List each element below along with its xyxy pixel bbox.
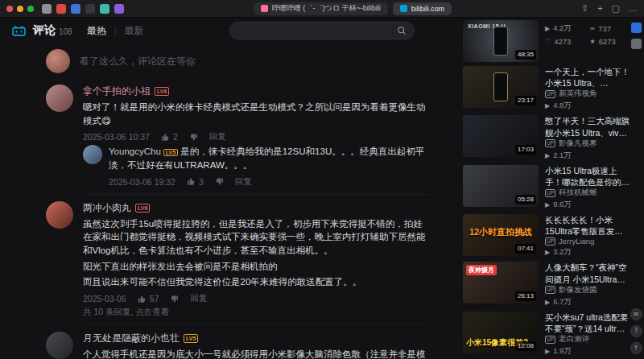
avatar[interactable] (83, 145, 102, 164)
up-icon: UP (545, 189, 555, 197)
like-button[interactable]: 2 (161, 132, 178, 142)
feedback-icon[interactable]: ✉ (630, 308, 642, 320)
play-count: 4.8万 (553, 101, 572, 111)
browser-tab[interactable]: 哔哩哔哩 (゜-゜)つロ 干杯~-bilibili (254, 2, 388, 15)
window-controls (6, 6, 34, 12)
tab-newest[interactable]: 最新 (125, 24, 144, 38)
play-icon: ▶ (545, 25, 550, 32)
video-thumbnail[interactable]: 23:17 (463, 66, 539, 108)
avatar[interactable] (46, 201, 73, 229)
video-card[interactable]: XIAOMI 15 U 48:35 ▶4.2万 ≡737 ♡4273 ★6273 (463, 20, 630, 62)
video-title[interactable]: 人像大翻车？“夜神”空间摄月 小米15Ultra影像解析 (545, 262, 630, 284)
level-badge: LV6 (155, 87, 169, 96)
star-icon: ★ (590, 38, 596, 45)
view-replies-link[interactable]: 共 10 条回复, 点击查看 (83, 307, 430, 318)
comment-item: 月无处是隐蔽的小也壮 LV5 个人觉得手机还是因为底大小一号就必须得用小米影像大… (0, 327, 452, 359)
uploader-name[interactable]: 影像凡视界 (559, 138, 597, 149)
zoom-window-button[interactable] (27, 6, 34, 12)
help-icon[interactable]: ? (630, 325, 642, 337)
comment-username[interactable]: 月无处是隐蔽的小也壮 (83, 332, 180, 345)
video-card[interactable]: 夜神摄月 26:13 人像大翻车？“夜神”空间摄月 小米15Ultra影像解析 … (463, 262, 630, 307)
uploader-name[interactable]: 新英伟视角 (559, 89, 597, 99)
uploader-name[interactable]: 科技机械蜥 (559, 188, 597, 198)
video-thumbnail[interactable]: 小米15像素很差? 12:08 (463, 312, 539, 353)
comments-count: 108 (59, 27, 72, 36)
video-title[interactable]: 一个天上，一个地下！小米15 Ultra、iPhone16 Pr... (545, 66, 630, 89)
video-duration: 05:28 (515, 195, 536, 204)
comment-date: 2025-03-06 10:37 (83, 132, 150, 142)
more-menu-icon[interactable]: … (629, 4, 638, 13)
play-icon: ▶ (545, 249, 550, 256)
video-card[interactable]: 23:17 一个天上，一个地下！小米15 Ultra、iPhone16 Pr..… (463, 66, 630, 111)
minimize-window-button[interactable] (17, 6, 23, 12)
reply-button[interactable]: 回复 (209, 131, 226, 142)
extension-icon[interactable] (114, 4, 124, 14)
video-title[interactable]: 小米15 Ultra极速上手！哪款配色是你的菜？ (545, 165, 630, 188)
like-button[interactable]: 3 (187, 177, 204, 187)
like-button[interactable]: 57 (138, 294, 159, 303)
tab-overview-icon[interactable]: ▢ (612, 4, 620, 13)
reply-item: YoungcyChuLV5 是的，徕卡经典给我的是12SU和13U。。。经典直出… (83, 145, 430, 189)
video-title[interactable]: 憋了半天！三大高端旗舰小米15 Ultra、vivo X200 Ul... (545, 115, 630, 138)
level-badge: LV5 (163, 149, 178, 156)
comment-username[interactable]: 拿个手拍的小祖 (83, 85, 151, 98)
like-icon: ♡ (545, 38, 551, 45)
play-count: 6.7万 (553, 297, 572, 307)
url-text: bilibili.com (411, 5, 445, 13)
comment-username[interactable]: 两冲小肉丸 (83, 201, 131, 215)
dislike-button[interactable] (189, 133, 198, 142)
uploader-name[interactable]: 老白测评 (559, 334, 589, 345)
floating-rail: ✉ ? ↑ (630, 23, 642, 354)
extension-icon[interactable] (71, 4, 80, 14)
close-window-button[interactable] (6, 6, 13, 12)
reply-username[interactable]: YoungcyChu (109, 146, 161, 156)
comments-title: 评论 (33, 23, 56, 38)
video-duration: 07:41 (515, 244, 536, 254)
extension-icon[interactable] (100, 4, 109, 14)
dislike-button[interactable] (215, 177, 224, 186)
reply-button[interactable]: 回复 (190, 293, 207, 304)
video-card[interactable]: 小米15像素很差? 12:08 买小米su7 ultra选配要不要“颈”？送14… (463, 312, 630, 357)
dislike-button[interactable] (170, 295, 179, 303)
tab-hottest[interactable]: 最热 (87, 24, 106, 38)
avatar[interactable] (46, 49, 70, 73)
video-thumbnail[interactable]: 夜神摄月 26:13 (463, 262, 539, 303)
avatar[interactable] (46, 85, 73, 112)
back-to-top-icon[interactable]: ↑ (630, 342, 642, 354)
up-icon: UP (545, 286, 555, 294)
video-card[interactable]: 12小时直拍挑战 07:41 长长长长长！小米15Ultra零售版首发开箱体验 … (463, 214, 630, 258)
search-input[interactable] (229, 22, 415, 39)
app-shortcut-icon[interactable] (631, 39, 642, 49)
composer-placeholder: 看了这么久，评论区在等你 (80, 55, 196, 68)
video-thumbnail[interactable]: 12小时直拍挑战 07:41 (463, 214, 539, 256)
bilibili-logo[interactable] (11, 25, 27, 37)
extension-icon[interactable] (42, 4, 52, 14)
play-icon: ▶ (545, 201, 550, 208)
uploader-name[interactable]: 影像发烧菌 (559, 285, 597, 295)
play-count: 9.6万 (553, 200, 572, 210)
avatar[interactable] (46, 332, 73, 359)
comment-composer[interactable]: 看了这么久，评论区在等你 (0, 43, 452, 80)
video-thumbnail[interactable]: 05:28 (463, 165, 539, 207)
video-thumbnail[interactable]: 17:03 (463, 115, 539, 157)
up-icon: UP (545, 336, 555, 344)
video-card[interactable]: 17:03 憋了半天！三大高端旗舰小米15 Ultra、vivo X200 Ul… (463, 115, 630, 160)
play-count: 1.9万 (553, 346, 572, 357)
video-thumbnail[interactable]: XIAOMI 15 U 48:35 (463, 20, 539, 62)
video-title[interactable]: 买小米su7 ultra选配要不要“颈”？送14 ultra回家的老表 (545, 312, 630, 334)
reply-button[interactable]: 回复 (235, 176, 252, 188)
share-icon[interactable]: ⇧ (581, 4, 588, 13)
comment-date: 2025-03-06 (83, 294, 126, 303)
extension-icon[interactable] (56, 4, 66, 14)
video-card[interactable]: 05:28 小米15 Ultra极速上手！哪款配色是你的菜？ UP科技机械蜥 ▶… (463, 165, 630, 210)
video-duration: 48:35 (515, 50, 536, 60)
address-bar[interactable]: bilibili.com (393, 2, 452, 15)
comment-item: 两冲小肉丸 LV6 虽然这次到手15u喷得挺拉胯的，但是我还是入了，初步用下来觉… (0, 196, 452, 327)
new-tab-icon[interactable]: + (597, 4, 602, 13)
related-videos: XIAOMI 15 U 48:35 ▶4.2万 ≡737 ♡4273 ★6273… (452, 18, 644, 359)
app-shortcut-icon[interactable] (631, 23, 642, 33)
uploader-name[interactable]: JerryLiang (559, 237, 594, 246)
extension-icon[interactable] (85, 4, 95, 14)
video-title[interactable]: 长长长长长！小米15Ultra零售版首发开箱体验 (545, 214, 630, 237)
level-badge: LV6 (135, 204, 150, 213)
